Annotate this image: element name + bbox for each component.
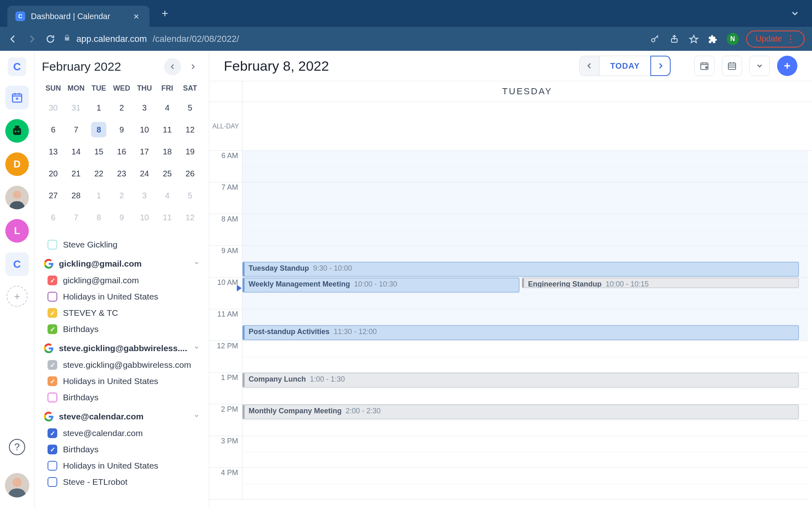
calendar-group-header[interactable]: steve.gickling@gabbwireless.... [42, 337, 201, 357]
minical-next-button[interactable] [184, 58, 201, 75]
allday-cell[interactable] [243, 102, 812, 150]
share-icon[interactable] [668, 33, 680, 45]
minical-prev-button[interactable] [164, 58, 181, 75]
extensions-icon[interactable] [707, 33, 719, 45]
minical-day[interactable]: 25 [156, 163, 179, 185]
minical-day[interactable]: 31 [65, 97, 87, 119]
minical-day[interactable]: 3 [133, 185, 156, 206]
calendar-checkbox[interactable] [48, 324, 57, 334]
minical-day[interactable]: 7 [65, 119, 87, 141]
minical-day[interactable]: 23 [110, 163, 133, 185]
calendar-item[interactable]: Holidays in United States [46, 289, 201, 305]
profile-avatar[interactable]: N [727, 33, 739, 45]
calendar-event[interactable]: Company Lunch1:00 - 1:30 [243, 373, 799, 388]
minical-day[interactable]: 11 [156, 206, 179, 228]
app-logo-icon[interactable]: C [8, 57, 26, 76]
minical-day[interactable]: 22 [87, 163, 110, 185]
minical-day[interactable]: 2 [110, 97, 133, 119]
new-tab-button[interactable]: + [159, 8, 171, 19]
calendar-checkbox[interactable] [48, 360, 57, 370]
minical-day[interactable]: 21 [65, 163, 87, 185]
tab-close-icon[interactable]: ✕ [133, 12, 141, 20]
minical-day[interactable]: 27 [42, 185, 65, 206]
calendar-checkbox[interactable] [48, 461, 57, 471]
calendar-group-header[interactable]: gickling@gmail.com [42, 253, 201, 272]
calendar-event[interactable]: Engineering Standup10:00 - 10:15 [522, 278, 799, 288]
update-button[interactable]: Update ⋮ [746, 30, 805, 48]
date-picker-button[interactable] [694, 56, 715, 76]
help-button[interactable]: ? [9, 439, 25, 455]
calendar-checkbox[interactable] [48, 308, 57, 318]
dock-add-button[interactable]: + [6, 286, 28, 307]
calendar-checkbox[interactable] [48, 445, 57, 454]
next-day-button[interactable] [650, 56, 671, 76]
minical-day[interactable]: 30 [42, 97, 65, 119]
calendar-item[interactable]: steve@calendar.com [46, 425, 201, 441]
calendar-item[interactable]: Holidays in United States [46, 373, 201, 389]
minical-day[interactable]: 12 [179, 206, 201, 228]
tabs-chevron-icon[interactable] [789, 8, 801, 19]
calendar-item[interactable]: gickling@gmail.com [46, 272, 201, 289]
minical-day[interactable]: 5 [179, 185, 201, 206]
back-button[interactable] [7, 33, 19, 45]
calendar-item[interactable]: Holidays in United States [46, 458, 201, 474]
minical-day[interactable]: 8 [87, 206, 110, 228]
today-button[interactable]: TODAY [600, 56, 650, 76]
minical-day[interactable]: 10 [133, 119, 156, 141]
reload-button[interactable] [45, 33, 56, 45]
minical-day[interactable]: 17 [133, 141, 156, 163]
browser-tab[interactable]: C Dashboard | Calendar ✕ [7, 6, 149, 27]
add-event-button[interactable] [777, 56, 797, 76]
minical-day[interactable]: 4 [156, 97, 179, 119]
user-avatar[interactable] [5, 473, 29, 497]
minical-day[interactable]: 13 [42, 141, 65, 163]
calendar-item[interactable]: steve.gickling@gabbwireless.com [46, 357, 201, 373]
minical-day[interactable]: 2 [110, 185, 133, 206]
url-area[interactable]: app.calendar.com/calendar/02/08/2022/ [63, 34, 641, 44]
minical-day[interactable]: 16 [110, 141, 133, 163]
more-menu-button[interactable] [749, 56, 770, 76]
calendar-item[interactable]: Birthdays [46, 441, 201, 458]
dock-workspace-photo[interactable] [5, 186, 29, 209]
minical-day[interactable]: 6 [42, 119, 65, 141]
calendar-checkbox[interactable] [48, 292, 57, 302]
minical-day[interactable]: 26 [179, 163, 201, 185]
calendar-group-header[interactable]: steve@calendar.com [42, 406, 201, 425]
minical-day[interactable]: 11 [156, 119, 179, 141]
calendar-event[interactable]: Post-standup Activities11:30 - 12:00 [243, 325, 799, 340]
view-toggle-button[interactable] [722, 56, 742, 76]
dock-calendar-icon[interactable] [5, 86, 29, 109]
prev-day-button[interactable] [579, 56, 600, 76]
dock-workspace-l[interactable]: L [5, 219, 29, 243]
minical-day[interactable]: 14 [65, 141, 87, 163]
minical-day[interactable]: 24 [133, 163, 156, 185]
calendar-checkbox[interactable] [48, 428, 57, 438]
calendar-checkbox[interactable] [48, 393, 57, 402]
calendar-item[interactable]: STEVEY & TC [46, 305, 201, 321]
calendar-event[interactable]: Tuesday Standup9:30 - 10:00 [243, 262, 799, 277]
calendar-checkbox[interactable] [48, 276, 57, 285]
minical-day[interactable]: 20 [42, 163, 65, 185]
minical-day[interactable]: 28 [65, 185, 87, 206]
calendar-item[interactable]: Steve - ETLrobot [46, 474, 201, 490]
calendar-event[interactable]: Monthly Company Meeting2:00 - 2:30 [243, 404, 799, 419]
minical-day[interactable]: 1 [87, 185, 110, 206]
minical-day[interactable]: 7 [65, 206, 87, 228]
calendar-item[interactable]: Birthdays [46, 321, 201, 337]
minical-day[interactable]: 18 [156, 141, 179, 163]
minical-day[interactable]: 10 [133, 206, 156, 228]
dock-workspace-d[interactable]: D [5, 152, 29, 176]
minical-day[interactable]: 8 [87, 119, 110, 141]
minical-day[interactable]: 5 [179, 97, 201, 119]
calendar-event[interactable]: Weekly Management Meeting10:00 - 10:30 [243, 278, 520, 293]
calendar-item[interactable]: Steve Gickling [46, 237, 201, 253]
minical-day[interactable]: 15 [87, 141, 110, 163]
forward-button[interactable] [26, 33, 37, 45]
minical-day[interactable]: 1 [87, 97, 110, 119]
calendar-checkbox[interactable] [48, 240, 57, 250]
minical-day[interactable]: 9 [110, 206, 133, 228]
minical-day[interactable]: 4 [156, 185, 179, 206]
dock-workspace-robot[interactable] [5, 119, 29, 143]
calendar-checkbox[interactable] [48, 477, 57, 487]
minical-day[interactable]: 12 [179, 119, 201, 141]
